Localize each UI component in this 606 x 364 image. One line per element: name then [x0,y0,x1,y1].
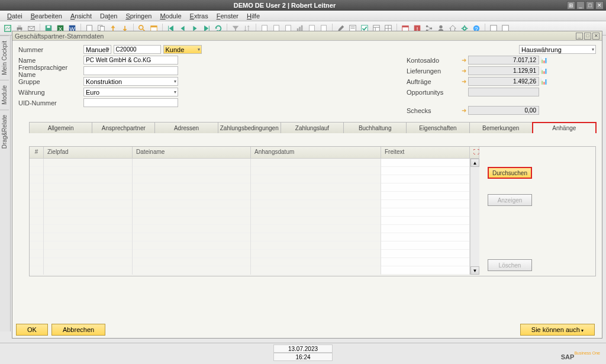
chart-icon-auf[interactable]: 📊 [539,78,547,85]
input-nummer[interactable] [114,45,161,54]
tab-allgemein[interactable]: Allgemein [29,122,92,133]
th-zielpfad[interactable]: Zielpfad [44,147,133,158]
sie-koennen-button[interactable]: Sie können auch [520,324,595,336]
abbrechen-button[interactable]: Abbrechen [51,324,105,336]
svg-point-14 [139,25,143,29]
label-gruppe: Gruppe [18,78,83,85]
scroll-down-icon[interactable]: ▼ [470,266,479,275]
chart-icon-konto[interactable]: 📊 [539,57,547,63]
menu-datei[interactable]: Datei [4,12,26,20]
titlebar: DEMO DE User 2 | Robert Leitner ⊞ _ □ ✕ [0,0,606,11]
label-lieferungen: Lieferungen [407,67,460,75]
status-date: 13.07.2023 [273,344,333,353]
ok-button[interactable]: OK [16,324,48,336]
select-waehrung[interactable]: Euro [83,88,178,96]
win-minimize-icon[interactable]: _ [576,33,583,40]
menu-module[interactable]: Module [156,12,185,20]
tab-zahlungsbedingungen[interactable]: Zahlungsbedingungen [218,122,281,133]
durchsuchen-button[interactable]: Durchsuchen [488,167,532,179]
th-dateiname[interactable]: Dateiname [133,147,251,158]
tab-ansprechpartner[interactable]: Ansprechpartner [92,122,155,133]
svg-rect-0 [5,25,11,31]
status-time: 16:24 [273,353,333,361]
select-bp-type[interactable]: Kunde [163,45,202,54]
svg-rect-37 [402,25,409,27]
link-arrow-icon[interactable]: ➜ [460,78,468,85]
label-schecks: Schecks [407,107,460,114]
win-close-icon[interactable]: ✕ [592,33,599,40]
label-nummer: Nummer [18,46,83,53]
value-lieferungen: 1.129,91 [468,66,539,75]
value-schecks: 0,00 [468,106,539,115]
sidebar: Mein Cockpit Module Drag&Relate [0,36,11,331]
tabrow: Allgemein Ansprechpartner Adressen Zahlu… [29,122,596,133]
menu-bearbeiten[interactable]: Bearbeiten [27,12,66,20]
attachments-area: # Zielpfad Dateiname Anhangsdatum Freite… [29,146,596,276]
link-arrow-icon[interactable]: ➜ [460,57,468,63]
input-uid[interactable] [83,98,178,107]
table-header: # Zielpfad Dateiname Anhangsdatum Freite… [30,147,479,159]
th-anhangsdatum[interactable]: Anhangsdatum [251,147,381,158]
sidetab-module[interactable]: Module [0,80,9,109]
tab-eigenschaften[interactable]: Eigenschaften [406,122,469,133]
tab-adressen[interactable]: Adressen [154,122,218,133]
loeschen-button[interactable]: Löschen [488,259,532,271]
window-minimize-icon[interactable]: _ [576,1,585,9]
svg-point-40 [426,25,428,27]
label-auftraege: Aufträge [407,78,460,85]
window-title: Geschäftspartner-Stammdaten [15,33,104,40]
label-name: Name [18,57,83,64]
th-freitext[interactable]: Freitext [381,147,470,158]
tab-zahlungslauf[interactable]: Zahlungslauf [281,122,344,133]
sidetab-dragrelate[interactable]: Drag&Relate [0,109,9,153]
table-scrollbar[interactable]: ▲ ▼ [470,159,479,275]
menu-hilfe[interactable]: Hilfe [243,12,263,20]
value-auftraege: 1.492,26 [468,77,539,86]
select-nummer-type[interactable]: Manuell [83,45,111,54]
window-bottom-bar: OK Abbrechen Sie können auch [16,324,598,336]
menu-springen[interactable]: Springen [122,12,155,20]
label-kontosaldo: Kontosaldo [407,57,460,64]
app-title: DEMO DE User 2 | Robert Leitner [2,2,567,9]
window-maximize-icon[interactable]: □ [586,1,594,9]
select-gruppe[interactable]: Konstruktion [83,77,178,86]
input-fremdname[interactable] [83,66,178,75]
menu-daten[interactable]: Daten [96,12,121,20]
table-body[interactable]: ▲ ▼ [30,159,479,275]
select-hauswaehrung[interactable]: Hauswährung [519,45,596,54]
svg-rect-2 [18,25,21,27]
tab-anhaenge[interactable]: Anhänge [532,122,597,133]
tab-bemerkungen[interactable]: Bemerkungen [469,122,533,133]
sidetab-cockpit[interactable]: Mein Cockpit [0,36,9,80]
input-name[interactable] [83,56,178,65]
sap-logo: SAPBusiness One [561,351,600,362]
label-opportunitys: Opportunitys [407,89,460,96]
scroll-up-icon[interactable]: ▲ [470,159,479,167]
svg-rect-17 [151,25,157,27]
table-expand-icon[interactable]: ⛶ [470,147,479,158]
svg-rect-6 [47,25,50,28]
value-kontosaldo: 7.017,12 [468,56,539,65]
value-opportunitys [468,88,539,96]
win-maximize-icon[interactable]: □ [584,33,591,40]
window-title-bar: Geschäftspartner-Stammdaten _ □ ✕ [12,31,602,41]
window-grid-icon[interactable]: ⊞ [567,1,575,9]
link-arrow-icon[interactable]: ➜ [460,107,468,114]
menubar: Datei Bearbeiten Ansicht Daten Springen … [0,11,606,21]
link-arrow-icon[interactable]: ➜ [460,67,468,74]
menu-extras[interactable]: Extras [186,12,212,20]
anzeigen-button[interactable]: Anzeigen [488,194,532,206]
bp-master-window: Geschäftspartner-Stammdaten _ □ ✕ Nummer… [12,31,602,339]
label-waehrung: Währung [18,89,83,96]
menu-ansicht[interactable]: Ansicht [67,12,95,20]
chart-icon-lief[interactable]: 📊 [539,67,547,74]
window-close-icon[interactable]: ✕ [595,1,604,9]
svg-point-42 [430,27,433,30]
label-fremdname: Fremdsprachiger Name [18,64,83,78]
svg-point-43 [439,25,442,28]
tab-buchhaltung[interactable]: Buchhaltung [343,122,407,133]
th-num[interactable]: # [30,147,44,158]
label-uid: UID-Nummer [18,99,83,107]
statusbar: 13.07.2023 16:24 SAPBusiness One [0,343,606,364]
menu-fenster[interactable]: Fenster [213,12,242,20]
